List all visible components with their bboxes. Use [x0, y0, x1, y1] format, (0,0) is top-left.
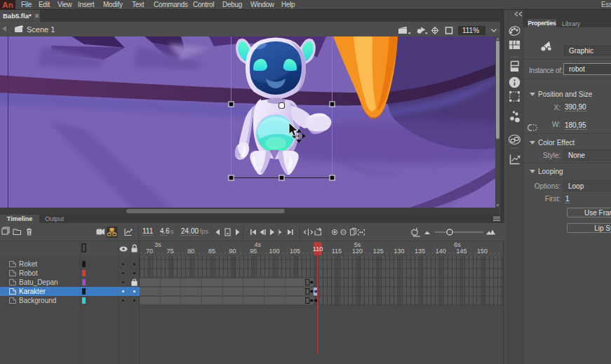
svg-text:fps: fps [200, 228, 209, 235]
svg-text:4.6: 4.6 [160, 227, 170, 235]
svg-text:Scene 1: Scene 1 [27, 25, 55, 34]
svg-text:24.00: 24.00 [181, 227, 199, 235]
svg-text:111%: 111% [462, 27, 479, 34]
svg-text:111: 111 [142, 227, 154, 235]
svg-text:s: s [170, 228, 174, 235]
